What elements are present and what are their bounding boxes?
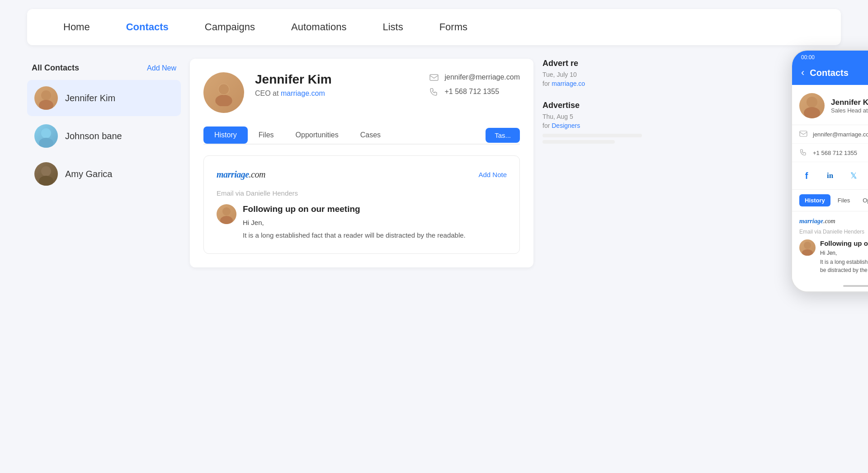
svg-point-11 [220, 216, 233, 224]
main-container: All Contacts Add New Jennifer Kim Johnso… [27, 59, 841, 267]
nav-contacts[interactable]: Contacts [108, 9, 187, 45]
nav-forms[interactable]: Forms [421, 9, 486, 45]
contact-company-link[interactable]: marriage.com [281, 89, 325, 97]
svg-point-7 [215, 95, 232, 106]
email-content: Following up on our meeting Hi Jen, It i… [243, 204, 507, 241]
email-sender-avatar [217, 204, 236, 224]
svg-point-4 [41, 166, 51, 176]
event-for-2: for Designers [542, 122, 660, 129]
avatar-johnson [34, 124, 58, 148]
marriage-logo: marriage.com [217, 169, 265, 180]
event-item-1: Advert re Tue, July 10 for marriage.co [542, 59, 660, 87]
event-date-2: Thu, Aug 5 [542, 113, 660, 120]
mobile-contact-info: Jennifer Kim Sales Head at marriage.com [831, 98, 868, 114]
twitter-icon[interactable]: 𝕏 [846, 169, 861, 183]
mobile-phone-row: +1 568 712 1355 [792, 144, 868, 162]
email-icon [429, 72, 439, 82]
svg-point-16 [802, 249, 813, 256]
add-new-button[interactable]: Add New [147, 64, 176, 72]
contact-name-johnson: Johnson bane [65, 131, 122, 141]
phone-icon [429, 87, 439, 97]
contact-item-amy[interactable]: Amy Garica [27, 156, 181, 192]
facebook-icon[interactable]: f [799, 169, 814, 183]
add-note-button[interactable]: Add Note [478, 171, 507, 178]
event-for-link-1[interactable]: marriage.co [552, 80, 585, 87]
detail-panel: Jennifer Kim CEO at marriage.com jennife… [190, 59, 533, 267]
contact-meta: jennifer@merriage.com +1 568 712 1355 [429, 72, 520, 101]
contact-job-title: CEO at marriage.com [255, 89, 411, 98]
svg-point-13 [804, 107, 820, 118]
event-for-text-1: for [542, 80, 550, 87]
contact-main-name: Jennifer Kim [255, 72, 411, 87]
svg-rect-9 [430, 75, 438, 80]
event-line-1 [542, 134, 642, 137]
svg-rect-14 [800, 131, 807, 136]
contact-email: jennifer@merriage.com [444, 73, 520, 81]
mobile-tab-history[interactable]: History [799, 194, 830, 206]
contact-info: Jennifer Kim CEO at marriage.com [255, 72, 411, 98]
events-panel: Advert re Tue, July 10 for marriage.co A… [542, 59, 660, 267]
tab-opportunities[interactable]: Opportunities [285, 126, 349, 144]
nav-home[interactable]: Home [45, 9, 108, 45]
mobile-phone-text: +1 568 712 1355 [813, 150, 857, 156]
email-subject-row: Following up on our meeting Hi Jen, It i… [217, 204, 507, 241]
top-navigation: Home Contacts Campaigns Automations List… [27, 9, 841, 45]
sidebar-title: All Contacts [32, 63, 79, 73]
contact-header: Jennifer Kim CEO at marriage.com jennife… [203, 72, 520, 113]
mobile-email-via: Email via Danielle Henders [799, 229, 868, 235]
email-greeting: Hi Jen, [243, 219, 507, 226]
nav-lists[interactable]: Lists [364, 9, 421, 45]
event-title-2: Advertise [542, 101, 660, 110]
mobile-phone-icon [799, 148, 808, 157]
mobile-contact-name: Jennifer Kim [831, 98, 868, 107]
mobile-tab-files[interactable]: Files [832, 194, 855, 206]
nav-campaigns[interactable]: Campaigns [187, 9, 273, 45]
mobile-email-content: Following up on our meeting Hi Jen, It i… [820, 239, 868, 274]
mobile-tab-opportunities[interactable]: Opportunities [857, 194, 868, 206]
mobile-bottom-bar [792, 281, 868, 291]
mobile-email-row: jennifer@marriage.com [792, 125, 868, 144]
detail-tabs: History Files Opportunities Cases Tas... [203, 126, 520, 145]
history-card-header: marriage.com Add Note [217, 169, 507, 180]
contact-item-jennifer[interactable]: Jennifer Kim [27, 80, 181, 116]
svg-point-0 [41, 90, 51, 100]
avatar-amy [34, 162, 58, 186]
mobile-status-bar: 00:00 📶 🔋 [792, 51, 868, 62]
tab-tasks[interactable]: Tas... [486, 128, 520, 143]
mobile-social: f in 𝕏 [792, 162, 868, 190]
event-title-1: Advert re [542, 59, 660, 68]
mobile-mockup: 00:00 📶 🔋 ‹ Contacts Jenn [791, 50, 868, 292]
nav-automations[interactable]: Automations [273, 9, 364, 45]
mobile-email-avatar [799, 239, 816, 256]
mobile-back-button[interactable]: ‹ [801, 67, 804, 79]
contact-photo-large [203, 72, 244, 113]
contact-phone: +1 568 712 1355 [444, 88, 499, 96]
svg-point-15 [804, 242, 811, 249]
email-row: jennifer@merriage.com [429, 72, 520, 82]
mobile-history-card: marriage.com Add Note Email via Danielle… [792, 211, 868, 281]
tab-history[interactable]: History [203, 126, 248, 144]
mobile-marriage-logo: marriage.com Add Note [799, 218, 868, 225]
svg-point-2 [41, 128, 51, 138]
mobile-email-text: jennifer@marriage.com [813, 131, 868, 138]
event-date-1: Tue, July 10 [542, 71, 660, 78]
svg-point-10 [222, 207, 231, 215]
mobile-email-subject: Following up on our meeting [820, 239, 868, 247]
mobile-content: Jennifer Kim Sales Head at marriage.com … [792, 85, 868, 291]
contact-title-text: CEO at [255, 89, 278, 97]
history-card: marriage.com Add Note Email via Danielle… [203, 155, 520, 254]
svg-point-1 [39, 100, 53, 110]
tab-cases[interactable]: Cases [349, 126, 392, 144]
sidebar-header: All Contacts Add New [27, 59, 181, 80]
tab-files[interactable]: Files [248, 126, 285, 144]
linkedin-icon[interactable]: in [823, 169, 837, 183]
event-lines [542, 134, 660, 144]
email-via-text: Email via Danielle Henders [217, 189, 507, 197]
mobile-email-row-content: Following up on our meeting Hi Jen, It i… [799, 239, 868, 274]
contact-item-johnson[interactable]: Johnson bane [27, 118, 181, 154]
mobile-tabs: History Files Opportunities Cases [792, 190, 868, 211]
mobile-email-icon [799, 130, 808, 139]
svg-point-5 [39, 176, 53, 186]
email-body: It is a long established fact that a rea… [243, 230, 507, 241]
event-for-link-2[interactable]: Designers [552, 122, 580, 129]
